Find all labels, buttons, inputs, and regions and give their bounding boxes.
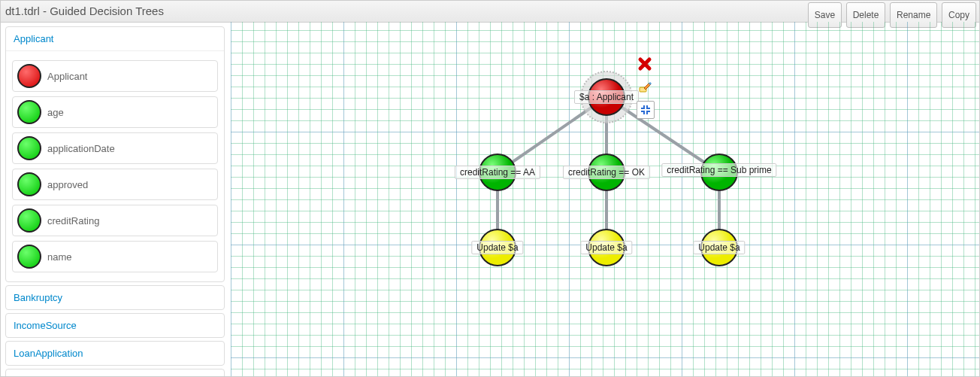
type-swatch-icon [17,64,41,88]
app-window: dt1.tdrl - Guided Decision Trees Save De… [0,0,980,377]
palette-item-label: Applicant [47,71,87,82]
delete-node-icon[interactable] [637,56,653,72]
field-swatch-icon [17,172,41,196]
palette-section-applicant: Applicant Applicant age applicationDate [5,26,225,282]
canvas[interactable]: $a : Applicant creditRating == AA credit… [231,22,979,376]
tree-node-action[interactable] [479,230,516,266]
tree-node-constraint[interactable] [588,154,625,190]
palette-section-body: Applicant age applicationDate approved [6,51,224,281]
palette-item[interactable]: approved [12,169,218,200]
tree-node-constraint[interactable] [479,154,516,190]
palette-section-loanapplication: LoanApplication [5,341,225,366]
edit-node-icon[interactable] [637,78,653,95]
palette-section-actions: Actions [5,369,225,377]
palette-item-label: age [47,107,64,118]
palette-item[interactable]: creditRating [12,205,218,236]
palette-sidebar: Applicant Applicant age applicationDate [5,26,225,376]
tree-node-action[interactable] [588,230,625,266]
field-swatch-icon [17,208,41,233]
palette-section-header[interactable]: Applicant [6,27,224,51]
tree-node-constraint[interactable] [701,154,737,190]
field-swatch-icon [17,245,41,269]
palette-section-incomesource: IncomeSource [5,313,225,338]
palette-item[interactable]: Applicant [12,60,218,92]
palette-section-header[interactable]: Actions [6,369,224,377]
palette-section-header[interactable]: IncomeSource [6,314,224,337]
palette-item[interactable]: age [12,96,218,128]
titlebar: dt1.tdrl - Guided Decision Trees Save De… [1,1,979,23]
palette-item-label: name [47,251,72,263]
palette-item-label: applicationDate [47,143,115,154]
tree-node-action[interactable] [701,230,737,266]
palette-item[interactable]: name [12,241,218,272]
editor-body: Applicant Applicant age applicationDate [1,22,979,376]
palette-section-header[interactable]: Bankruptcy [6,286,224,309]
tree-node-root[interactable] [588,79,625,115]
palette-item-label: creditRating [47,215,99,227]
field-swatch-icon [17,136,41,160]
palette-section-bankruptcy: Bankruptcy [5,285,225,310]
palette-item[interactable]: applicationDate [12,132,218,164]
palette-item-label: approved [47,179,88,190]
collapse-node-icon[interactable] [637,101,655,119]
field-swatch-icon [17,100,41,124]
palette-section-header[interactable]: LoanApplication [6,342,224,365]
tree-svg [231,22,979,376]
window-title: dt1.tdrl - Guided Decision Trees [5,5,164,17]
